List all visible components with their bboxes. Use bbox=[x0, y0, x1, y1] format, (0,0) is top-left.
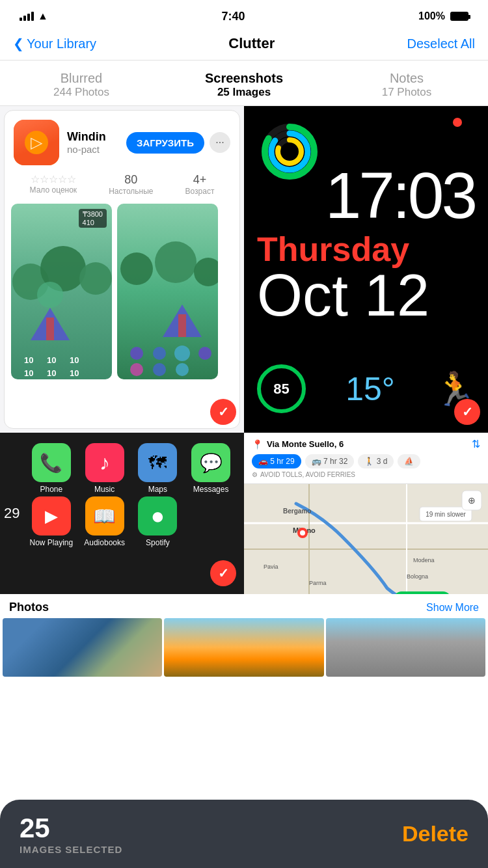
photos-thumbs bbox=[0, 618, 488, 677]
svg-point-20 bbox=[198, 347, 211, 360]
svg-point-3 bbox=[37, 282, 63, 308]
battery-percent: 100% bbox=[418, 10, 445, 22]
signal-bars-icon bbox=[20, 12, 34, 21]
stars: ☆☆☆☆☆ bbox=[30, 173, 77, 185]
carplay-messages-label: Messages bbox=[193, 485, 229, 494]
app-stats: ☆☆☆☆☆ Мало оценок 80 Настольные 4+ Возра… bbox=[5, 170, 239, 204]
tab-blurred[interactable]: Blurred 244 Photos bbox=[0, 71, 163, 99]
appstore-check[interactable] bbox=[210, 399, 236, 425]
show-more-button[interactable]: Show More bbox=[426, 602, 479, 614]
deselect-all-button[interactable]: Deselect All bbox=[407, 36, 476, 51]
maps-filters: ⚙ AVOID TOLLS, AVOID FERRIES bbox=[252, 471, 480, 478]
svg-text:10: 10 bbox=[24, 368, 33, 378]
svg-point-18 bbox=[153, 347, 166, 360]
svg-text:⊕: ⊕ bbox=[468, 495, 476, 506]
segment-tabs: Blurred 244 Photos Screenshots 25 Images… bbox=[0, 61, 488, 106]
activity-rings bbox=[257, 119, 322, 184]
carplay-phone-label: Phone bbox=[40, 485, 63, 494]
images-selected-label: IMAGES SELECTED bbox=[20, 844, 122, 855]
photo-thumb-2[interactable] bbox=[164, 618, 323, 677]
more-button[interactable]: ··· bbox=[210, 132, 230, 153]
carplay-side-number: 29 bbox=[0, 505, 23, 522]
watch-dot bbox=[453, 118, 462, 127]
carplay-app-messages: 💬 Messages bbox=[185, 443, 236, 494]
game-svg-2 bbox=[117, 204, 218, 379]
tab-blurred-count: 244 Photos bbox=[0, 86, 163, 99]
svg-point-17 bbox=[130, 347, 143, 360]
svg-point-22 bbox=[153, 363, 166, 376]
photo-thumb-1[interactable] bbox=[3, 618, 162, 677]
messages-app-icon: 💬 bbox=[191, 443, 230, 482]
svg-text:10: 10 bbox=[47, 355, 56, 365]
age-label: Возраст bbox=[185, 187, 215, 196]
delete-button[interactable]: Delete bbox=[402, 821, 468, 847]
carplay-audiobooks-label: Audiobooks bbox=[84, 538, 125, 547]
svg-text:Modena: Modena bbox=[413, 557, 435, 563]
watchface-check[interactable] bbox=[454, 399, 480, 425]
tab-screenshots[interactable]: Screenshots 25 Images bbox=[163, 71, 325, 99]
route-walk: 🚶 3 d bbox=[358, 454, 394, 468]
svg-text:19 min slower: 19 min slower bbox=[426, 511, 466, 518]
nav-bar: ❮ Your Library Clutter Deselect All bbox=[0, 29, 488, 61]
game-screenshot-2 bbox=[117, 204, 218, 379]
rating-count: 80 bbox=[109, 173, 153, 187]
images-selected-count: 25 bbox=[20, 813, 122, 844]
carplay-app-maps: 🗺 Maps bbox=[133, 443, 183, 494]
back-button[interactable]: ❮ Your Library bbox=[13, 36, 96, 51]
watch-bottom: 85 15° 🏃 bbox=[257, 364, 475, 413]
maps-app-icon: 🗺 bbox=[138, 443, 177, 482]
route-car: 🚗 5 hr 29 bbox=[252, 454, 301, 468]
grid-item-appstore[interactable]: Windin no-pact ЗАГРУЗИТЬ ··· ☆☆☆☆☆ Мало … bbox=[0, 106, 244, 433]
maps-body: Bergamo Milano Verona Pavia Parma Modena… bbox=[244, 484, 488, 594]
status-time: 7:40 bbox=[221, 10, 245, 23]
app-header-actions: ЗАГРУЗИТЬ ··· bbox=[126, 132, 230, 154]
back-label: Your Library bbox=[27, 36, 96, 51]
tab-notes-label: Notes bbox=[325, 71, 488, 86]
app-header: Windin no-pact ЗАГРУЗИТЬ ··· bbox=[5, 111, 239, 170]
svg-text:Pavia: Pavia bbox=[264, 563, 278, 570]
phone-app-icon: 📞 bbox=[32, 443, 71, 482]
route-swap-icon: ⇅ bbox=[472, 438, 480, 450]
carplay-check[interactable] bbox=[210, 560, 236, 586]
audiobooks-app-icon: 📖 bbox=[85, 496, 124, 536]
grid-item-watchface[interactable]: 17:03 Thursday Oct 12 85 15° 🏃 bbox=[244, 106, 488, 433]
svg-text:10: 10 bbox=[47, 368, 56, 378]
photo-thumb-3[interactable] bbox=[326, 618, 485, 677]
rating-count-label: Настольные bbox=[109, 187, 153, 196]
tab-notes[interactable]: Notes 17 Photos bbox=[325, 71, 488, 99]
download-button[interactable]: ЗАГРУЗИТЬ bbox=[126, 132, 204, 154]
app-subtitle: no-pact bbox=[67, 144, 118, 155]
svg-point-12 bbox=[120, 252, 153, 285]
carplay-spotify-label: Spotify bbox=[146, 538, 170, 547]
route-bus: 🚌 7 hr 32 bbox=[305, 454, 355, 468]
carplay-apps-grid: 📞 Phone ♪ Music 🗺 Maps 💬 Messages ▶ Now … bbox=[18, 433, 244, 552]
tab-blurred-label: Blurred bbox=[0, 71, 163, 86]
photos-header: Photos Show More bbox=[0, 594, 488, 618]
carplay-maps-label: Maps bbox=[148, 485, 167, 494]
svg-point-13 bbox=[155, 241, 197, 283]
status-left: ▲ bbox=[20, 10, 48, 22]
app-store-card: Windin no-pact ЗАГРУЗИТЬ ··· ☆☆☆☆☆ Мало … bbox=[4, 110, 240, 429]
svg-text:10: 10 bbox=[24, 355, 33, 365]
svg-rect-16 bbox=[178, 314, 186, 337]
svg-text:Parma: Parma bbox=[309, 580, 327, 586]
grid-item-carplay[interactable]: 29 📞 Phone ♪ Music 🗺 Maps 💬 Messages ▶ N… bbox=[0, 433, 244, 594]
music-app-icon: ♪ bbox=[85, 443, 124, 482]
carplay-nowplaying-label: Now Playing bbox=[30, 538, 74, 547]
carplay-app-audiobooks: 📖 Audiobooks bbox=[79, 496, 130, 547]
age-rating: 4+ bbox=[185, 173, 215, 187]
tab-screenshots-label: Screenshots bbox=[163, 71, 325, 86]
svg-point-21 bbox=[130, 363, 143, 376]
svg-rect-5 bbox=[46, 318, 54, 340]
chevron-left-icon: ❮ bbox=[13, 36, 24, 51]
grid-item-maps[interactable]: 📍 Via Monte Suello, 6 ⇅ 🚗 5 hr 29 🚌 7 hr… bbox=[244, 433, 488, 594]
nav-title: Clutter bbox=[228, 35, 275, 52]
app-screenshots: ₸3800 410 10 10 10 bbox=[5, 204, 239, 379]
svg-rect-30 bbox=[244, 484, 488, 594]
game-svg-1: 10 10 10 10 10 10 bbox=[11, 204, 112, 379]
svg-point-14 bbox=[194, 258, 218, 286]
app-name: Windin bbox=[67, 130, 118, 144]
tab-notes-count: 17 Photos bbox=[325, 86, 488, 99]
filter-icon: ⚙ bbox=[252, 471, 258, 478]
carplay-app-music: ♪ Music bbox=[79, 443, 130, 494]
